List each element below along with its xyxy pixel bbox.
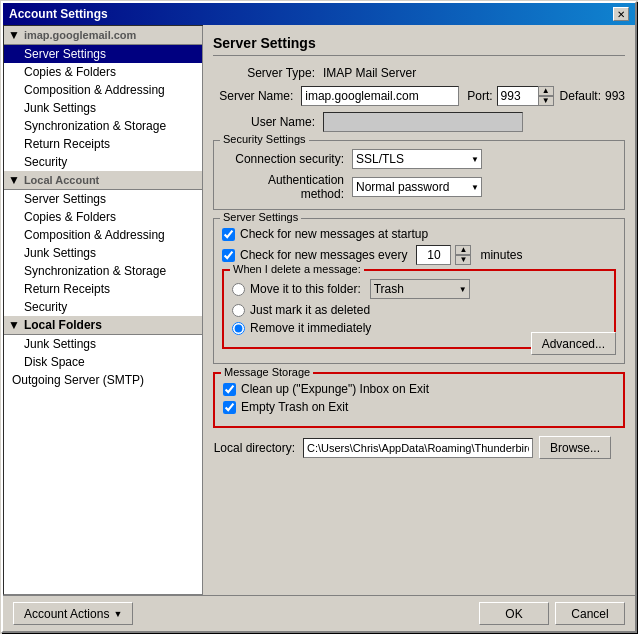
cleanup-checkbox[interactable] — [223, 383, 236, 396]
expand-icon-3: ▼ — [8, 318, 20, 332]
minutes-up-button[interactable]: ▲ — [455, 245, 471, 255]
content-area: Server Settings Server Type: IMAP Mail S… — [203, 25, 635, 595]
sidebar-item-sync-1[interactable]: Synchronization & Storage — [4, 117, 202, 135]
username-row: User Name: — [213, 112, 625, 132]
port-input[interactable] — [497, 86, 539, 106]
port-up-button[interactable]: ▲ — [538, 86, 554, 96]
sidebar-account2-label: Local Account — [24, 174, 99, 186]
default-value: 993 — [605, 89, 625, 103]
account-actions-container: Account Actions ▼ — [13, 602, 133, 625]
sidebar-item-security-1[interactable]: Security — [4, 153, 202, 171]
sidebar-item-junk-1[interactable]: Junk Settings — [4, 99, 202, 117]
advanced-button[interactable]: Advanced... — [531, 332, 616, 355]
security-settings-title: Security Settings — [220, 133, 309, 145]
server-name-row: Server Name: Port: ▲ ▼ Default: 993 — [213, 86, 625, 106]
server-name-label: Server Name: — [213, 89, 301, 103]
move-folder-radio[interactable] — [232, 283, 245, 296]
minutes-down-button[interactable]: ▼ — [455, 255, 471, 265]
sidebar-item-junk-2[interactable]: Junk Settings — [4, 244, 202, 262]
sidebar-local-folders-header[interactable]: ▼ Local Folders — [4, 316, 202, 335]
auth-method-row: Authentication method: Normal password E… — [222, 173, 616, 201]
dialog-title: Account Settings — [9, 7, 108, 21]
sidebar-account1-label: imap.googlemail.com — [24, 29, 136, 41]
sidebar-local-folders-label: Local Folders — [24, 318, 102, 332]
close-button[interactable]: ✕ — [613, 7, 629, 21]
message-storage-group: Message Storage Clean up ("Expunge") Inb… — [213, 372, 625, 428]
dialog-body: ▼ imap.googlemail.com Server Settings Co… — [3, 25, 635, 595]
sidebar-account1-header[interactable]: ▼ imap.googlemail.com — [4, 26, 202, 45]
empty-trash-label: Empty Trash on Exit — [241, 400, 348, 414]
sidebar-item-security-2[interactable]: Security — [4, 298, 202, 316]
check-startup-label: Check for new messages at startup — [240, 227, 428, 241]
bottom-bar: Account Actions ▼ OK Cancel — [3, 595, 635, 631]
account-actions-label: Account Actions — [24, 607, 109, 621]
trash-folder-select[interactable]: Trash — [370, 279, 470, 299]
sidebar-account2-header[interactable]: ▼ Local Account — [4, 171, 202, 190]
default-label: Default: — [560, 89, 601, 103]
server-type-row: Server Type: IMAP Mail Server — [213, 66, 625, 80]
when-delete-label: When I delete a message: — [230, 263, 364, 275]
trash-folder-wrapper: Trash — [370, 279, 470, 299]
just-mark-label: Just mark it as deleted — [250, 303, 370, 317]
just-mark-radio[interactable] — [232, 304, 245, 317]
auth-method-label: Authentication method: — [222, 173, 352, 201]
page-title: Server Settings — [213, 35, 625, 56]
auth-method-select[interactable]: Normal password Encrypted password Kerbe… — [352, 177, 482, 197]
expand-icon-2: ▼ — [8, 173, 20, 187]
sidebar-item-junk-local[interactable]: Junk Settings — [4, 335, 202, 353]
auth-method-wrapper: Normal password Encrypted password Kerbe… — [352, 177, 482, 197]
sidebar-item-disk-space[interactable]: Disk Space — [4, 353, 202, 371]
check-every-checkbox[interactable] — [222, 249, 235, 262]
check-every-label: Check for new messages every — [240, 248, 407, 262]
check-minutes-input[interactable] — [416, 245, 451, 265]
remove-immediately-radio[interactable] — [232, 322, 245, 335]
cancel-button[interactable]: Cancel — [555, 602, 625, 625]
connection-security-row: Connection security: SSL/TLS STARTTLS No… — [222, 149, 616, 169]
sidebar-item-sync-2[interactable]: Synchronization & Storage — [4, 262, 202, 280]
connection-security-select[interactable]: SSL/TLS STARTTLS None — [352, 149, 482, 169]
browse-button[interactable]: Browse... — [539, 436, 611, 459]
port-down-button[interactable]: ▼ — [538, 96, 554, 106]
server-type-value: IMAP Mail Server — [323, 66, 416, 80]
ok-cancel-buttons: OK Cancel — [479, 602, 625, 625]
username-input[interactable] — [323, 112, 523, 132]
check-startup-checkbox[interactable] — [222, 228, 235, 241]
sidebar-item-copies-folders-1[interactable]: Copies & Folders — [4, 63, 202, 81]
sidebar-item-server-settings-1[interactable]: Server Settings — [4, 45, 202, 63]
sidebar-item-composition-1[interactable]: Composition & Addressing — [4, 81, 202, 99]
sidebar-item-composition-2[interactable]: Composition & Addressing — [4, 226, 202, 244]
check-startup-row: Check for new messages at startup — [222, 227, 616, 241]
sidebar-item-receipts-2[interactable]: Return Receipts — [4, 280, 202, 298]
cleanup-row: Clean up ("Expunge") Inbox on Exit — [223, 382, 615, 396]
ok-button[interactable]: OK — [479, 602, 549, 625]
cleanup-label: Clean up ("Expunge") Inbox on Exit — [241, 382, 429, 396]
local-directory-input[interactable] — [303, 438, 533, 458]
sidebar-item-server-settings-2[interactable]: Server Settings — [4, 190, 202, 208]
sidebar: ▼ imap.googlemail.com Server Settings Co… — [3, 25, 203, 595]
account-actions-button[interactable]: Account Actions ▼ — [13, 602, 133, 625]
move-folder-label: Move it to this folder: — [250, 282, 361, 296]
move-folder-row: Move it to this folder: Trash — [232, 279, 606, 299]
security-settings-group: Security Settings Connection security: S… — [213, 140, 625, 210]
server-settings-group: Server Settings Check for new messages a… — [213, 218, 625, 364]
server-name-input[interactable] — [301, 86, 459, 106]
empty-trash-row: Empty Trash on Exit — [223, 400, 615, 414]
title-bar: Account Settings ✕ — [3, 3, 635, 25]
server-type-label: Server Type: — [213, 66, 323, 80]
local-directory-label: Local directory: — [213, 441, 303, 455]
expand-icon: ▼ — [8, 28, 20, 42]
just-mark-row: Just mark it as deleted — [232, 303, 606, 317]
remove-immediately-label: Remove it immediately — [250, 321, 371, 335]
check-every-row: Check for new messages every ▲ ▼ minutes — [222, 245, 616, 265]
connection-security-label: Connection security: — [222, 152, 352, 166]
sidebar-item-copies-folders-2[interactable]: Copies & Folders — [4, 208, 202, 226]
sidebar-item-outgoing-smtp[interactable]: Outgoing Server (SMTP) — [4, 371, 202, 389]
empty-trash-checkbox[interactable] — [223, 401, 236, 414]
connection-security-wrapper: SSL/TLS STARTTLS None — [352, 149, 482, 169]
sidebar-item-receipts-1[interactable]: Return Receipts — [4, 135, 202, 153]
port-spinner: ▲ ▼ — [538, 86, 554, 106]
message-storage-label: Message Storage — [221, 366, 313, 378]
dropdown-icon: ▼ — [113, 609, 122, 619]
server-settings-title: Server Settings — [220, 211, 301, 223]
port-label: Port: — [467, 89, 492, 103]
